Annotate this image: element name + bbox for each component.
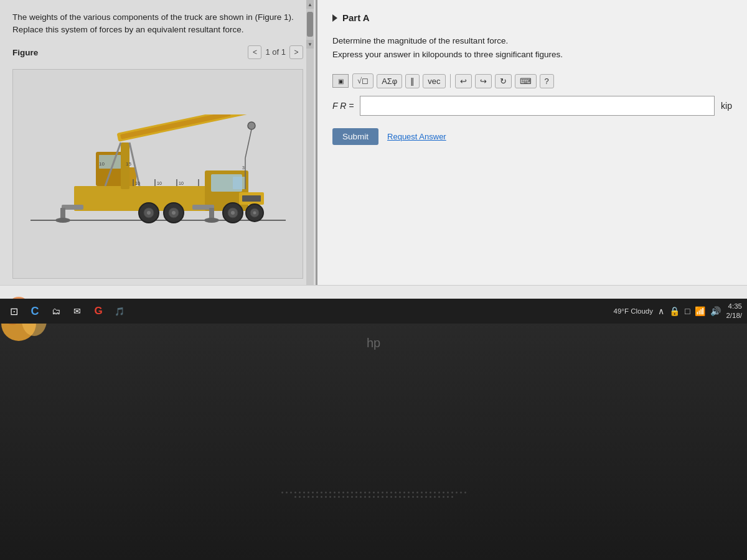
speaker-dot [308,496,309,498]
taskbar-icon-mail[interactable]: ✉ [68,302,86,320]
speaker-dot [434,496,436,498]
speaker-dot [299,492,301,493]
redo-btn[interactable]: ↪ [475,74,492,88]
speaker-dot [342,492,344,493]
figure-prev-btn[interactable]: < [248,45,261,59]
svg-point-29 [172,211,176,215]
svg-point-12 [248,122,255,129]
speaker-dot [382,492,383,493]
request-answer-button[interactable]: Request Answer [387,132,446,141]
speaker-dot [412,492,414,493]
speaker-dot [329,492,331,493]
speaker-dot [369,492,370,493]
weather-text: 49°F Cloudy [614,307,653,315]
speaker-dot [351,492,353,493]
speaker-dot [403,492,405,493]
vec-label: vec [428,77,440,86]
speaker-dot [355,492,357,493]
speaker-dot [443,492,444,493]
math-toolbar: ▣ √◻ AΣφ ‖ vec ↩ ↪ [332,73,732,88]
alpha-icon: AΣφ [382,77,397,86]
speaker-dot [421,496,423,498]
sqrt-btn[interactable]: √◻ [352,73,374,88]
svg-line-13 [245,129,251,158]
time-display: 4:35 [728,302,742,311]
vec-btn[interactable]: vec [423,74,445,88]
svg-point-32 [147,211,151,215]
speaker-dot [390,492,392,493]
speaker-dot [294,492,296,493]
chevron-right-icon: > [294,48,298,57]
figure-next-btn[interactable]: > [289,45,303,59]
parallel-icon: ‖ [410,77,415,86]
svg-point-35 [253,212,256,215]
speaker-dot [321,492,322,493]
speaker-dot [395,496,397,498]
speaker-dot [451,496,453,498]
speaker-dot [334,496,336,498]
scroll-up-btn[interactable]: ▲ [306,0,314,9]
speaker-dot [412,496,414,498]
alpha-btn[interactable]: AΣφ [377,74,402,88]
svg-rect-6 [242,195,261,202]
speaker-dot [290,492,292,493]
speaker-dot [369,496,370,498]
speaker-dot [416,492,418,493]
speaker-dot [425,492,427,493]
figure-label: Figure [12,48,38,57]
speaker-dot [321,496,322,498]
speaker-dot [377,492,379,493]
parallel-btn[interactable]: ‖ [405,74,420,88]
scroll-down-btn[interactable]: ▼ [306,40,314,49]
scroll-thumb[interactable] [307,12,313,37]
speaker-dot [355,496,357,498]
question-line2: Express your answer in kilopounds to thr… [332,48,732,62]
display-icon[interactable]: □ [685,306,690,316]
svg-point-20 [55,218,70,223]
speaker-dot [456,492,458,493]
keyboard-btn[interactable]: ⌨ [515,74,537,88]
svg-text:10: 10 [157,181,162,185]
answer-input[interactable] [360,96,715,116]
refresh-btn[interactable]: ↻ [495,74,512,88]
svg-point-26 [231,211,235,215]
speaker-dot [399,492,401,493]
speaker-dot [347,496,349,498]
system-tray-icon[interactable]: ∧ [658,306,664,316]
speaker-dot [373,492,375,493]
collapse-triangle-icon[interactable] [332,14,337,22]
input-row: F R = kip [332,96,732,116]
speaker-dot [342,496,344,498]
undo-btn[interactable]: ↩ [455,74,472,88]
speaker-dot [421,492,423,493]
submit-button[interactable]: Submit [332,128,378,145]
help-btn[interactable]: ? [540,74,554,88]
speaker-dot [303,496,305,498]
speaker-dot [434,492,436,493]
speaker-dot [308,492,309,493]
volume-icon[interactable]: 🔊 [710,306,721,316]
truck-illustration: 10 10 10 10 15 3 [12,69,303,279]
left-scrollbar[interactable]: ▲ ▼ [306,0,314,285]
speaker-dot [312,496,314,498]
checkbox-icon[interactable]: ▣ [332,74,349,88]
part-title: Part A [342,12,370,23]
speaker-dot [408,496,410,498]
time-date: 4:35 2/18/ [726,302,742,320]
speaker-dot [351,496,353,498]
taskbar-icon-music[interactable]: 🎵 [111,302,128,320]
taskbar-icon-edge[interactable]: C [26,302,44,320]
date-display: 2/18/ [726,311,742,320]
undo-icon: ↩ [460,77,467,86]
speaker-dot [316,496,318,498]
part-header: Part A [332,12,732,23]
taskbar-icon-files[interactable]: 🗂 [47,302,65,320]
network-icon[interactable]: 📶 [695,306,705,316]
hp-logo: hp [367,336,380,350]
taskbar-icon-windows[interactable]: ⊡ [5,302,22,320]
lock-icon[interactable]: 🔒 [669,306,680,316]
screen: The weights of the various components of… [0,0,747,317]
speaker-dot [312,492,314,493]
taskbar-icon-google[interactable]: G [90,302,107,320]
speaker-dot [408,492,410,493]
